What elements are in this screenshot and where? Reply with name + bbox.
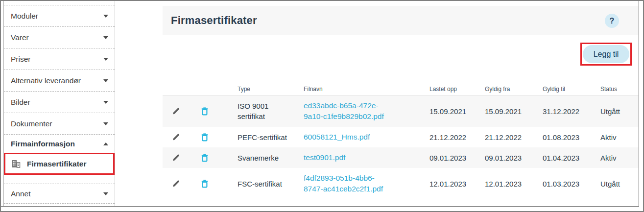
uploaded-date: 12.01.2023 xyxy=(429,174,485,194)
pencil-icon xyxy=(171,180,180,188)
edit-button[interactable] xyxy=(163,133,197,141)
sidebar-item-label: Annet xyxy=(11,189,31,198)
trash-icon xyxy=(200,106,209,116)
sidebar-item-moduler[interactable]: Moduler xyxy=(4,5,115,26)
legg-til-button[interactable]: Legg til xyxy=(583,45,629,63)
sidebar-item-annet[interactable]: Annet xyxy=(4,184,115,203)
annotation-highlight-box-sidebar: Firmasertifikater xyxy=(4,153,115,175)
edit-button[interactable] xyxy=(163,107,197,116)
table-row: Svanemerke test0901.pdf 09.01.2023 09.01… xyxy=(163,147,639,168)
certificates-table: Type Filnavn Lastet opp Gyldig fra Gyldi… xyxy=(163,79,639,199)
table-row: FSC-sertifikat f4df2893-051b-4bb6-8747-a… xyxy=(163,168,639,199)
chevron-down-icon xyxy=(103,101,108,104)
cert-type: ISO 9001 sertifikat xyxy=(238,96,304,126)
sidebar-item-firmainformasjon[interactable]: Firmainformasjon xyxy=(4,134,115,153)
sidebar-item-label: Alternativ leverandør xyxy=(11,76,81,85)
chevron-up-icon xyxy=(103,142,108,145)
sidebar-item-label: Varer xyxy=(11,33,29,42)
annotation-highlight-box-add: Legg til xyxy=(580,43,632,66)
content-right-divider xyxy=(638,1,639,206)
edit-button[interactable] xyxy=(163,180,197,188)
sidebar-item-priser[interactable]: Priser xyxy=(4,48,115,70)
trash-icon xyxy=(200,132,209,142)
status-badge: Utgått xyxy=(600,101,639,121)
sidebar-item-dokumenter[interactable]: Dokumenter xyxy=(4,113,115,134)
chevron-down-icon xyxy=(103,58,108,61)
uploaded-date: 09.01.2023 xyxy=(429,148,485,168)
column-header-gyldig-til: Gyldig til xyxy=(543,79,600,99)
file-link[interactable]: test0901.pdf xyxy=(304,147,429,168)
file-link[interactable]: f4df2893-051b-4bb6-8747-ac41ceb2c2f1.pdf xyxy=(304,168,429,199)
table-header-row: Type Filnavn Lastet opp Gyldig fra Gyldi… xyxy=(163,79,639,95)
uploaded-date: 15.09.2021 xyxy=(429,101,485,121)
delete-button[interactable] xyxy=(197,132,238,142)
file-link[interactable]: 60058121_Hms.pdf xyxy=(304,127,429,147)
sidebar-item-label: Priser xyxy=(11,55,30,64)
table-row: ISO 9001 sertifikat ed33abdc-b65a-472e-9… xyxy=(163,95,639,127)
sidebar-item-bilder[interactable]: Bilder xyxy=(4,91,115,113)
sidebar-subitem-label: Firmasertifikater xyxy=(27,160,86,168)
app-window: Moduler Varer Priser Alternativ leverand… xyxy=(0,0,644,212)
status-badge: Aktiv xyxy=(600,148,639,168)
valid-to-date: 31.12.2022 xyxy=(543,101,600,121)
cert-type: Svanemerke xyxy=(238,148,304,168)
delete-button[interactable] xyxy=(197,179,238,188)
chevron-down-icon xyxy=(103,79,108,82)
sidebar: Moduler Varer Priser Alternativ leverand… xyxy=(3,1,115,206)
page-title: Firmasertifikater xyxy=(171,14,257,27)
valid-to-date: 01.08.2023 xyxy=(543,127,600,147)
trash-icon xyxy=(200,153,209,163)
page-header: Firmasertifikater ? xyxy=(163,6,639,35)
column-header-status: Status xyxy=(600,79,639,99)
chevron-down-icon xyxy=(103,15,108,18)
sidebar-item-label: Dokumenter xyxy=(11,119,52,128)
help-button[interactable]: ? xyxy=(605,14,619,28)
delete-button[interactable] xyxy=(197,153,238,163)
trash-icon xyxy=(200,179,209,188)
sidebar-item-label: Firmainformasjon xyxy=(11,140,75,148)
content-bottom-divider xyxy=(1,206,639,207)
pencil-icon xyxy=(171,107,180,116)
pencil-icon xyxy=(171,154,180,162)
sidebar-item-firmasertifikater[interactable]: Firmasertifikater xyxy=(5,154,113,173)
valid-to-date: 01.03.2023 xyxy=(543,174,600,194)
valid-from-date: 09.01.2023 xyxy=(485,148,543,168)
header-spacer xyxy=(163,85,197,94)
sidebar-item-varer[interactable]: Varer xyxy=(4,26,115,48)
sidebar-divider xyxy=(4,203,115,204)
delete-button[interactable] xyxy=(197,106,238,116)
table-row: PEFC-sertifikat 60058121_Hms.pdf 21.12.2… xyxy=(163,127,639,147)
valid-from-date: 12.01.2023 xyxy=(485,174,543,194)
valid-from-date: 15.09.2021 xyxy=(485,101,543,121)
header-spacer xyxy=(197,85,238,94)
chevron-down-icon xyxy=(103,192,108,195)
valid-from-date: 21.12.2022 xyxy=(485,127,543,147)
uploaded-date: 21.12.2022 xyxy=(429,127,485,147)
cert-type: FSC-sertifikat xyxy=(238,174,304,194)
column-header-lastet-opp: Lastet opp xyxy=(429,79,485,99)
sidebar-item-alternativ-leverandor[interactable]: Alternativ leverandør xyxy=(4,70,115,91)
column-header-gyldig-fra: Gyldig fra xyxy=(485,79,543,99)
valid-to-date: 01.04.2023 xyxy=(543,148,600,168)
status-badge: Aktiv xyxy=(600,127,639,147)
chevron-down-icon xyxy=(103,122,108,125)
sidebar-item-label: Bilder xyxy=(11,98,30,107)
cert-type: PEFC-sertifikat xyxy=(238,127,304,147)
edit-button[interactable] xyxy=(163,154,197,162)
chevron-down-icon xyxy=(103,36,108,39)
building-icon xyxy=(11,160,21,168)
sidebar-item-label: Moduler xyxy=(11,12,38,21)
pencil-icon xyxy=(171,133,180,141)
file-link[interactable]: ed33abdc-b65a-472e-9a10-c1fe9b829b02.pdf xyxy=(304,95,429,127)
status-badge: Utgått xyxy=(600,174,639,194)
